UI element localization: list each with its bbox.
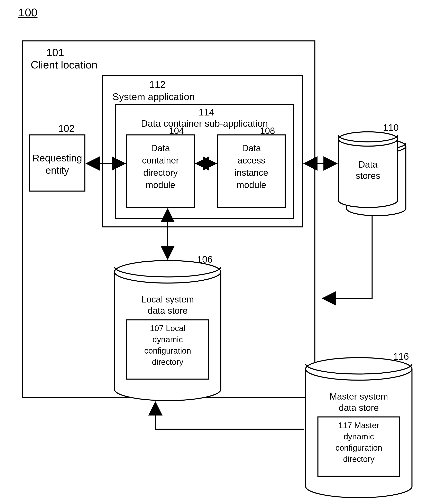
local-store-title-2: data store	[148, 306, 188, 316]
client-location-ref: 101	[46, 47, 64, 59]
master-store-inner-l4: directory	[343, 455, 374, 463]
daim-l4: module	[237, 180, 266, 190]
master-store-inner-l2: dynamic	[344, 432, 374, 441]
daim-l1: Data	[242, 143, 261, 153]
requesting-entity-label-2: entity	[46, 165, 69, 176]
local-store-inner: 107 Local	[150, 324, 185, 333]
master-store-cylinder: 116 Master system data store 117 Master …	[306, 351, 412, 498]
master-store-inner-ref: 117	[338, 421, 352, 430]
figure-ref-label: 100	[18, 6, 37, 19]
system-application-label: System application	[112, 91, 195, 102]
svg-point-19	[306, 358, 412, 380]
diagram-canvas: 100 101 Client location 102 Requesting e…	[0, 0, 423, 504]
master-store-inner: 117 Master	[338, 421, 379, 430]
data-stores-l1: Data	[359, 159, 378, 169]
local-store-inner-ref: 107	[150, 324, 163, 333]
local-store-inner-l2: dynamic	[152, 335, 183, 344]
data-stores-ref: 110	[383, 122, 399, 133]
local-store-inner-l3: configuration	[144, 346, 191, 355]
svg-rect-11	[338, 139, 398, 200]
master-store-inner-l3: configuration	[335, 443, 382, 452]
master-store-title-2: data store	[339, 403, 379, 413]
dcdm-l3: directory	[143, 168, 178, 178]
requesting-entity-ref: 102	[58, 123, 75, 134]
local-store-cylinder: 106 Local system data store 107 Local dy…	[115, 254, 221, 401]
master-store-title-1: Master system	[330, 391, 388, 402]
system-application-ref: 112	[149, 79, 166, 90]
data-container-subapp-label: Data container sub-application	[141, 118, 268, 129]
arrow-datastores-down-left	[323, 216, 372, 298]
local-store-inner-l1: Local	[166, 324, 185, 333]
svg-point-4	[115, 261, 221, 283]
daim-ref: 108	[260, 126, 275, 136]
requesting-entity-label-1: Requesting	[32, 153, 82, 163]
client-location-label: Client location	[31, 59, 97, 71]
dcdm-l1: Data	[151, 143, 170, 153]
master-store-ref: 116	[393, 351, 409, 362]
daim-l2: access	[238, 155, 266, 165]
data-stores-l2: stores	[356, 171, 380, 181]
dcdm-l2: container	[142, 155, 179, 165]
data-container-subapp-ref: 114	[199, 107, 214, 118]
master-store-inner-l1: Master	[354, 421, 379, 430]
daim-l3: instance	[235, 168, 268, 178]
arrow-masterstore-to-localstore	[155, 403, 304, 429]
dcdm-l4: module	[146, 180, 175, 190]
svg-point-14	[338, 132, 398, 146]
dcdm-ref: 104	[169, 126, 184, 136]
data-stores-cylinders: 110 Data stores	[338, 122, 406, 216]
local-store-inner-l4: directory	[152, 357, 183, 366]
local-store-title-1: Local system	[141, 294, 194, 304]
